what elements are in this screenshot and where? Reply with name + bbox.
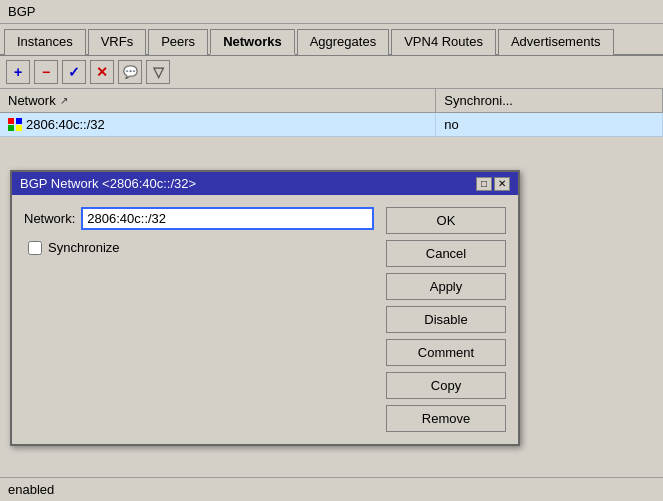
col-synchronize: Synchroni...	[436, 89, 663, 112]
tab-bar: Instances VRFs Peers Networks Aggregates…	[0, 24, 663, 56]
networks-table: Network ↗ Synchroni... 2806:40c::/32 no	[0, 89, 663, 137]
dialog-title-buttons: □ ✕	[476, 177, 510, 191]
network-input[interactable]	[81, 207, 374, 230]
cancel-button[interactable]: Cancel	[386, 240, 506, 267]
network-icon	[8, 118, 22, 132]
remove-button[interactable]: Remove	[386, 405, 506, 432]
network-label: Network:	[24, 211, 75, 226]
filter-button[interactable]: ▽	[146, 60, 170, 84]
toolbar: + − ✓ ✕ 💬 ▽	[0, 56, 663, 89]
tab-instances[interactable]: Instances	[4, 29, 86, 55]
table-header: Network ↗ Synchroni...	[0, 89, 663, 113]
ok-button[interactable]: OK	[386, 207, 506, 234]
comment-dialog-button[interactable]: Comment	[386, 339, 506, 366]
minimize-button[interactable]: □	[476, 177, 492, 191]
close-button[interactable]: ✕	[494, 177, 510, 191]
tab-aggregates[interactable]: Aggregates	[297, 29, 390, 55]
tab-peers[interactable]: Peers	[148, 29, 208, 55]
apply-button[interactable]: Apply	[386, 273, 506, 300]
synchronize-label: Synchronize	[48, 240, 120, 255]
bgp-network-dialog: BGP Network <2806:40c::/32> □ ✕ Network:…	[10, 170, 520, 446]
dialog-left-panel: Network: Synchronize	[24, 207, 374, 432]
tab-vrfs[interactable]: VRFs	[88, 29, 147, 55]
col-network: Network ↗	[0, 89, 436, 112]
enable-button[interactable]: ✓	[62, 60, 86, 84]
dialog-body: Network: Synchronize OK Cancel Apply Dis…	[12, 195, 518, 444]
tab-advertisements[interactable]: Advertisements	[498, 29, 614, 55]
disable-button[interactable]: ✕	[90, 60, 114, 84]
app-title: BGP	[8, 4, 35, 19]
dialog-title-bar: BGP Network <2806:40c::/32> □ ✕	[12, 172, 518, 195]
cell-synchronize: no	[436, 113, 663, 136]
table-row[interactable]: 2806:40c::/32 no	[0, 113, 663, 137]
tab-vpn4routes[interactable]: VPN4 Routes	[391, 29, 496, 55]
status-bar: enabled	[0, 477, 663, 501]
copy-button[interactable]: Copy	[386, 372, 506, 399]
dialog-title: BGP Network <2806:40c::/32>	[20, 176, 196, 191]
cell-network: 2806:40c::/32	[0, 113, 436, 136]
title-bar: BGP	[0, 0, 663, 24]
synchronize-checkbox[interactable]	[28, 241, 42, 255]
delete-button[interactable]: −	[34, 60, 58, 84]
add-button[interactable]: +	[6, 60, 30, 84]
dialog-buttons-panel: OK Cancel Apply Disable Comment Copy Rem…	[386, 207, 506, 432]
sort-icon: ↗	[60, 95, 68, 106]
synchronize-row: Synchronize	[24, 240, 374, 255]
status-text: enabled	[8, 482, 54, 497]
comment-button[interactable]: 💬	[118, 60, 142, 84]
tab-networks[interactable]: Networks	[210, 29, 295, 55]
network-field-row: Network:	[24, 207, 374, 230]
disable-dialog-button[interactable]: Disable	[386, 306, 506, 333]
